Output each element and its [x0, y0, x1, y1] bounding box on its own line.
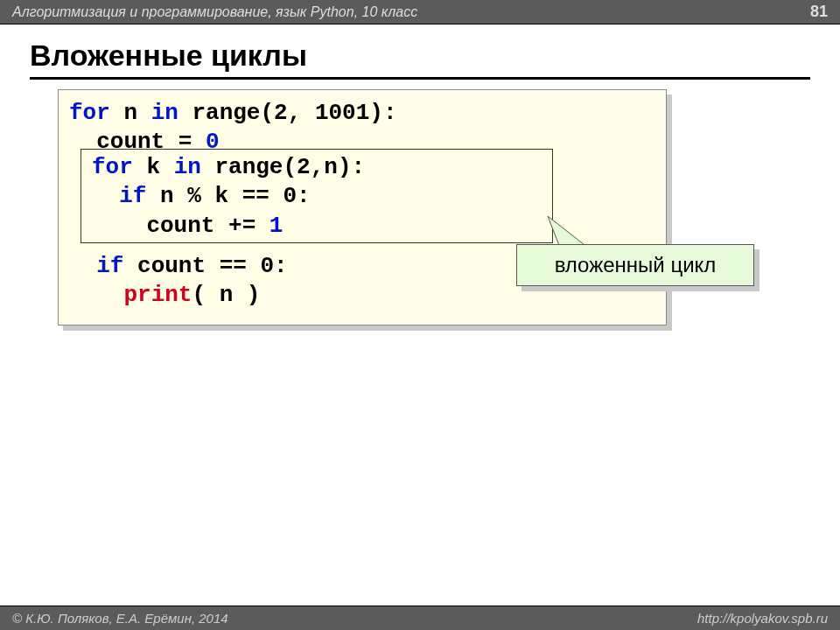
footer-copyright: © К.Ю. Поляков, Е.А. Ерёмин, 2014 [12, 611, 228, 626]
var-n: n [123, 100, 150, 126]
code-line-3: for k in range(2,n): [92, 153, 542, 182]
code-indent [92, 183, 119, 209]
code-rest: n % k == 0: [146, 183, 310, 209]
kw-if: if [119, 183, 146, 209]
kw-in: in [151, 100, 192, 126]
top-bar: Алгоритмизация и программирование, язык … [0, 0, 840, 24]
callout-text: вложенный цикл [555, 253, 717, 277]
footer: © К.Ю. Поляков, Е.А. Ерёмин, 2014 http:/… [0, 606, 840, 630]
kw-in: in [174, 154, 215, 180]
kw-if: if [96, 253, 123, 279]
page-number: 81 [810, 3, 828, 21]
title-underline [30, 77, 810, 80]
code-rest: range(2,n): [214, 154, 365, 180]
literal-one: 1 [270, 213, 284, 239]
code-rest: ( n ) [192, 282, 260, 308]
code-rest: count == 0: [123, 253, 287, 279]
course-name: Алгоритмизация и программирование, язык … [12, 4, 417, 20]
kw-print: print [123, 282, 192, 308]
code-line-5: count += 1 [92, 212, 542, 241]
code-indent [69, 253, 96, 279]
var-k: k [146, 154, 173, 180]
code-indent: count += [92, 213, 270, 239]
code-inner: for k in range(2,n): if n % k == 0: coun… [80, 149, 553, 243]
svg-marker-0 [548, 216, 588, 248]
code-line-1: for n in range(2, 1001): [69, 99, 655, 128]
footer-url: http://kpolyakov.spb.ru [697, 611, 828, 626]
code-rest: range(2, 1001): [192, 100, 396, 126]
slide: Алгоритмизация и программирование, язык … [0, 0, 840, 630]
kw-for: for [92, 154, 146, 180]
callout: вложенный цикл [516, 244, 754, 286]
kw-for: for [69, 100, 123, 126]
slide-title: Вложенные циклы [30, 38, 307, 73]
code-indent [69, 282, 123, 308]
code-line-4: if n % k == 0: [92, 182, 542, 211]
